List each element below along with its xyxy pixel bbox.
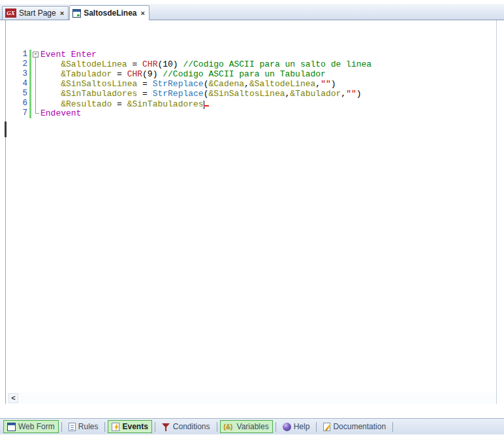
code-line-6[interactable]: 6 &Resultado = &SinTabuladores (6, 99, 496, 108)
code-token (40, 79, 61, 89)
part-tab-events[interactable]: Events (108, 420, 151, 433)
code-token: ) (356, 89, 362, 99)
conditions-icon (162, 423, 170, 431)
separator (155, 422, 155, 432)
code-token: , (315, 79, 321, 89)
tab-label: Start Page (19, 8, 56, 18)
line-number[interactable]: 1 (6, 50, 29, 59)
line-number[interactable]: 4 (6, 79, 29, 89)
code-token: &SinSaltosLinea (61, 79, 137, 89)
part-tab-help[interactable]: Help (279, 420, 314, 433)
separator (61, 422, 62, 432)
fold-collapse-icon[interactable]: - (33, 52, 39, 57)
code-token: ) (331, 79, 336, 89)
code-line-5[interactable]: 5 &SinTabuladores = StrReplace(&SinSalto… (6, 89, 496, 99)
part-label: Variables (237, 422, 269, 431)
line-number[interactable]: 7 (6, 108, 29, 118)
fold-margin (31, 69, 40, 79)
error-marker (204, 99, 209, 106)
code-content: &Resultado = &SinTabuladores (40, 99, 209, 108)
part-tab-rules[interactable]: Rules (65, 420, 102, 433)
code-lines: 1-Event Enter2 &SaltodeLinea = CHR(10) /… (6, 20, 496, 393)
code-line-2[interactable]: 2 &SaltodeLinea = CHR(10) //Codigo ASCII… (6, 59, 496, 69)
code-token: StrReplace (153, 79, 204, 89)
code-token: StrReplace (153, 89, 204, 99)
rules-icon (69, 423, 76, 431)
tab-label: SaltosdeLinea (84, 8, 136, 18)
line-number[interactable]: 5 (6, 89, 29, 99)
code-token: , (341, 89, 346, 99)
part-tab-conditions[interactable]: Conditions (158, 420, 214, 433)
code-token: &SinTabuladores (61, 89, 137, 99)
line-number[interactable]: 6 (6, 99, 29, 108)
code-token (40, 89, 61, 99)
code-content: &SinSaltosLinea = StrReplace(&Cadena,&Sa… (40, 79, 336, 89)
code-token: CHR (127, 69, 142, 79)
part-label: Conditions (173, 422, 210, 431)
line-number[interactable]: 3 (6, 69, 29, 79)
webpanel-icon (72, 9, 81, 18)
help-icon (283, 423, 291, 431)
code-token: &Tabulador (290, 89, 341, 99)
code-token: &SaltodeLinea (249, 79, 315, 89)
fold-margin (31, 59, 40, 69)
code-token: (10) (157, 59, 183, 69)
code-content: &SaltodeLinea = CHR(10) //Codigo ASCII p… (40, 59, 371, 69)
code-line-3[interactable]: 3 &Tabulador = CHR(9) //Codigo ASCII par… (6, 69, 496, 79)
horizontal-scrollbar[interactable]: < (6, 393, 496, 404)
part-tab-web-form[interactable]: Web Form (3, 420, 59, 433)
code-token: &SinSaltosLinea (208, 89, 285, 99)
part-tab-documentation[interactable]: Documentation (319, 420, 390, 433)
code-token: = (112, 99, 127, 109)
gx-logo-icon: GX (5, 8, 16, 18)
tab-start-page[interactable]: GXStart Page× (2, 6, 69, 20)
fold-corner (35, 113, 39, 114)
separator (217, 422, 217, 432)
fold-margin (31, 99, 40, 108)
code-token: "" (321, 79, 331, 89)
code-token: &SinTabuladores (127, 99, 204, 109)
part-label: Rules (78, 422, 99, 431)
code-line-4[interactable]: 4 &SinSaltosLinea = StrReplace(&Cadena,&… (6, 79, 496, 89)
fold-line (35, 79, 36, 89)
code-content: &SinTabuladores = StrReplace(&SinSaltosL… (40, 89, 362, 99)
code-token: CHR (142, 59, 157, 69)
code-token: (9) (142, 69, 163, 79)
fold-margin (31, 89, 40, 99)
part-label: Events (122, 422, 148, 431)
code-token: &Tabulador (61, 69, 112, 79)
code-token: = (137, 79, 152, 89)
code-token (40, 59, 61, 69)
code-token: , (244, 79, 249, 89)
code-line-1[interactable]: 1-Event Enter (6, 50, 496, 59)
part-tab-variables[interactable]: Variables (220, 420, 273, 433)
code-token: Event Enter (40, 50, 97, 59)
splitter-handle[interactable] (5, 122, 7, 137)
separator (316, 422, 317, 432)
webform-icon (7, 423, 16, 431)
part-label: Help (294, 422, 310, 431)
events-icon (112, 423, 119, 431)
scroll-left-arrow-icon[interactable]: < (8, 393, 18, 403)
code-line-7[interactable]: 7Endevent (6, 108, 496, 118)
part-label: Web Form (18, 422, 55, 431)
part-tabs: Web FormRulesEventsConditionsVariablesHe… (0, 418, 504, 434)
code-content: &Tabulador = CHR(9) //Codigo ASCII para … (40, 69, 326, 79)
code-token (40, 99, 61, 109)
code-editor: 1-Event Enter2 &SaltodeLinea = CHR(10) /… (5, 20, 497, 404)
close-icon[interactable]: × (141, 10, 145, 17)
separator (392, 422, 393, 432)
code-token: = (112, 69, 127, 79)
tab-saltosdelinea[interactable]: SaltosdeLinea× (69, 5, 150, 20)
code-token: = (127, 59, 142, 69)
close-icon[interactable]: × (60, 10, 64, 17)
code-content: Event Enter (40, 50, 97, 59)
code-token: &Resultado (61, 99, 112, 109)
code-token: &Cadena (208, 79, 244, 89)
document-tabs: GXStart Page×SaltosdeLinea× (0, 4, 504, 20)
code-token: "" (346, 89, 356, 99)
code-token: &SaltodeLinea (61, 59, 127, 69)
line-number[interactable]: 2 (6, 59, 29, 69)
code-content: Endevent (40, 108, 81, 118)
code-token (40, 69, 61, 79)
